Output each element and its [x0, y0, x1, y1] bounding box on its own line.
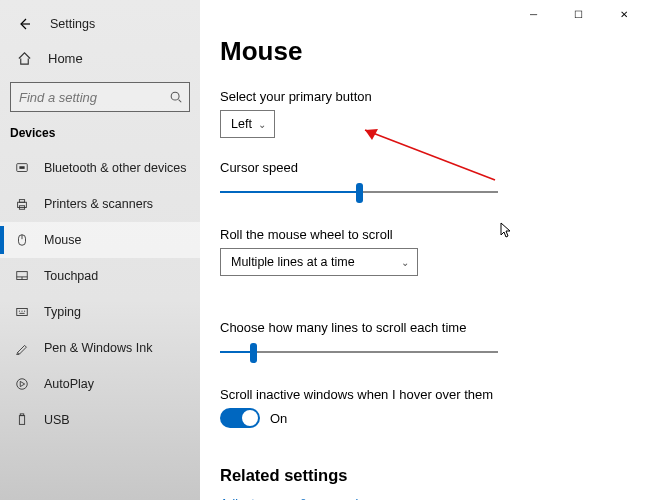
- toggle-state: On: [270, 411, 287, 426]
- wheel-label: Roll the mouse wheel to scroll: [220, 227, 620, 242]
- svg-point-0: [171, 92, 179, 100]
- svg-point-14: [24, 311, 25, 312]
- page-title: Mouse: [220, 36, 620, 67]
- primary-button-select[interactable]: Left ⌄: [220, 110, 275, 138]
- mouse-icon: [14, 232, 30, 248]
- sidebar-item-usb[interactable]: USB: [0, 402, 200, 438]
- related-heading: Related settings: [220, 466, 620, 485]
- sidebar-item-typing[interactable]: Typing: [0, 294, 200, 330]
- autoplay-icon: [14, 376, 30, 392]
- sidebar-item-printers[interactable]: Printers & scanners: [0, 186, 200, 222]
- sidebar-item-autoplay[interactable]: AutoPlay: [0, 366, 200, 402]
- svg-point-12: [19, 311, 20, 312]
- sidebar-item-pen[interactable]: Pen & Windows Ink: [0, 330, 200, 366]
- app-title: Settings: [50, 17, 95, 31]
- sidebar-item-bluetooth[interactable]: Bluetooth & other devices: [0, 150, 200, 186]
- slider-thumb[interactable]: [250, 343, 257, 363]
- home-icon: [16, 50, 32, 66]
- sidebar: Settings Home Devices Bluetooth & other …: [0, 0, 200, 500]
- usb-icon: [14, 412, 30, 428]
- bluetooth-icon: [14, 160, 30, 176]
- content-pane: Mouse Select your primary button Left ⌄ …: [200, 0, 646, 500]
- svg-rect-17: [19, 416, 24, 425]
- cursor-speed-label: Cursor speed: [220, 160, 620, 175]
- cursor-speed-slider[interactable]: [220, 181, 498, 203]
- slider-thumb[interactable]: [356, 183, 363, 203]
- lines-slider[interactable]: [220, 341, 498, 363]
- sidebar-item-mouse[interactable]: Mouse: [0, 222, 200, 258]
- home-label: Home: [48, 51, 83, 66]
- svg-rect-4: [19, 200, 24, 203]
- section-heading: Devices: [0, 122, 200, 150]
- svg-point-16: [17, 379, 28, 390]
- touchpad-icon: [14, 268, 30, 284]
- sidebar-item-touchpad[interactable]: Touchpad: [0, 258, 200, 294]
- pen-icon: [14, 340, 30, 356]
- chevron-down-icon: ⌄: [258, 119, 266, 130]
- svg-rect-18: [20, 414, 24, 416]
- scroll-inactive-label: Scroll inactive windows when I hover ove…: [220, 387, 620, 402]
- search-icon: [169, 89, 183, 105]
- svg-point-13: [21, 311, 22, 312]
- keyboard-icon: [14, 304, 30, 320]
- wheel-select[interactable]: Multiple lines at a time ⌄: [220, 248, 418, 276]
- back-icon[interactable]: [16, 16, 32, 32]
- lines-label: Choose how many lines to scroll each tim…: [220, 320, 620, 335]
- svg-rect-11: [17, 309, 28, 316]
- printer-icon: [14, 196, 30, 212]
- svg-rect-2: [19, 166, 24, 169]
- svg-marker-20: [365, 129, 378, 140]
- search-input[interactable]: [10, 82, 190, 112]
- primary-button-label: Select your primary button: [220, 89, 620, 104]
- sidebar-item-home[interactable]: Home: [0, 40, 200, 76]
- svg-rect-15: [19, 313, 24, 314]
- scroll-inactive-toggle[interactable]: [220, 408, 260, 428]
- cursor-icon: [500, 222, 512, 241]
- chevron-down-icon: ⌄: [401, 257, 409, 268]
